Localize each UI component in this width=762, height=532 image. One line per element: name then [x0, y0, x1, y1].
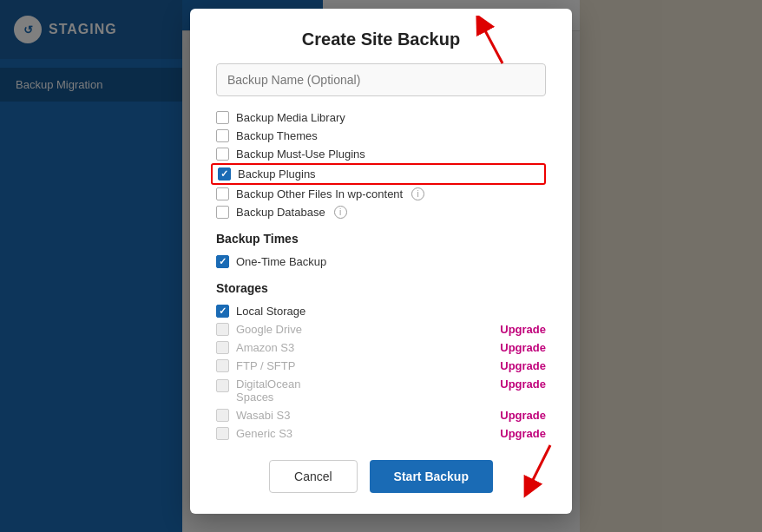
- google-drive-checkbox[interactable]: [216, 323, 229, 336]
- generic-s3-upgrade-label[interactable]: Upgrade: [500, 427, 546, 440]
- digitalocean-upgrade-label[interactable]: Upgrade: [500, 378, 546, 391]
- cancel-button[interactable]: Cancel: [269, 460, 358, 493]
- start-backup-button[interactable]: Start Backup: [370, 460, 493, 493]
- generic-s3-checkbox[interactable]: [216, 427, 229, 440]
- backup-other-files-info-icon[interactable]: i: [411, 187, 424, 200]
- storage-digitalocean-row: DigitalOcean Spaces Upgrade: [216, 375, 546, 406]
- backup-other-files-row: Backup Other Files In wp-content i: [216, 185, 546, 203]
- backup-database-row: Backup Database i: [216, 203, 546, 221]
- google-drive-label: Google Drive: [236, 323, 302, 336]
- create-backup-modal: Create Site Backup Backup Media Library: [190, 9, 572, 514]
- storage-ftp-row: FTP / SFTP Upgrade: [216, 357, 546, 375]
- backup-themes-row: Backup Themes: [216, 127, 546, 145]
- storage-generic-s3-row: Generic S3 Upgrade: [216, 424, 546, 443]
- backup-times-label: Backup Times: [216, 232, 546, 246]
- backup-other-files-label: Backup Other Files In wp-content: [236, 187, 403, 200]
- backup-name-input[interactable]: [216, 63, 546, 96]
- wasabi-checkbox[interactable]: [216, 409, 229, 422]
- backup-options-group: Backup Media Library Backup Themes Backu…: [216, 108, 546, 221]
- backup-must-use-plugins-checkbox[interactable]: [216, 148, 229, 161]
- backup-database-info-icon[interactable]: i: [334, 206, 347, 219]
- backup-themes-checkbox[interactable]: [216, 129, 229, 142]
- backup-other-files-checkbox[interactable]: [216, 187, 229, 200]
- one-time-backup-checkbox[interactable]: [216, 255, 229, 268]
- storage-amazon-s3-row: Amazon S3 Upgrade: [216, 338, 546, 357]
- generic-s3-label: Generic S3: [236, 427, 292, 440]
- modal-title: Create Site Backup: [216, 30, 546, 49]
- backup-media-library-label: Backup Media Library: [236, 111, 345, 124]
- digitalocean-label-group: DigitalOcean Spaces: [236, 378, 300, 404]
- wasabi-upgrade-label[interactable]: Upgrade: [500, 409, 546, 422]
- modal-footer: Cancel Start Backup: [216, 460, 546, 493]
- modal-overlay: Create Site Backup Backup Media Library: [0, 0, 762, 532]
- backup-database-label: Backup Database: [236, 206, 325, 219]
- digitalocean-line2-label: Spaces: [236, 391, 300, 404]
- backup-media-library-row: Backup Media Library: [216, 108, 546, 127]
- backup-media-library-checkbox[interactable]: [216, 111, 229, 124]
- backup-plugins-label: Backup Plugins: [238, 167, 316, 181]
- storage-google-drive-row: Google Drive Upgrade: [216, 320, 546, 338]
- digitalocean-line1-label: DigitalOcean: [236, 378, 300, 391]
- local-storage-label: Local Storage: [236, 305, 305, 318]
- backup-plugins-checkbox[interactable]: [218, 167, 231, 181]
- storage-wasabi-row: Wasabi S3 Upgrade: [216, 406, 546, 424]
- digitalocean-checkbox[interactable]: [216, 379, 229, 392]
- storages-label: Storages: [216, 281, 546, 295]
- ftp-label: FTP / SFTP: [236, 359, 295, 372]
- local-storage-checkbox[interactable]: [216, 305, 229, 318]
- google-drive-upgrade-label[interactable]: Upgrade: [500, 323, 546, 336]
- one-time-backup-row: One-Time Backup: [216, 253, 546, 271]
- backup-themes-label: Backup Themes: [236, 129, 318, 142]
- amazon-s3-label: Amazon S3: [236, 341, 294, 354]
- backup-must-use-plugins-row: Backup Must-Use Plugins: [216, 145, 546, 163]
- amazon-s3-checkbox[interactable]: [216, 341, 229, 354]
- ftp-upgrade-label[interactable]: Upgrade: [500, 359, 546, 372]
- one-time-backup-label: One-Time Backup: [236, 255, 326, 268]
- backup-database-checkbox[interactable]: [216, 206, 229, 219]
- backup-must-use-plugins-label: Backup Must-Use Plugins: [236, 148, 365, 161]
- wasabi-label: Wasabi S3: [236, 409, 290, 422]
- amazon-s3-upgrade-label[interactable]: Upgrade: [500, 341, 546, 354]
- backup-plugins-row: Backup Plugins: [211, 163, 546, 185]
- storage-local-row: Local Storage: [216, 302, 546, 320]
- ftp-checkbox[interactable]: [216, 359, 229, 372]
